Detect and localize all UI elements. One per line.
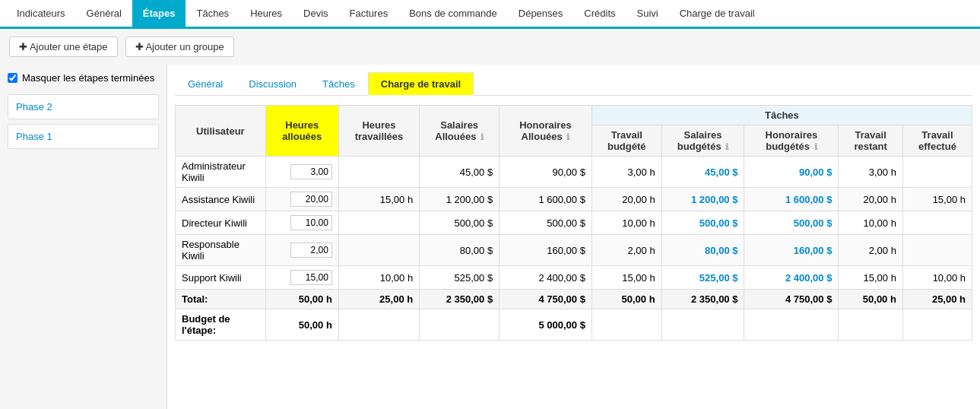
cell-honoraires-allouees: 90,00 $ <box>500 157 592 188</box>
total-salaires-allouees: 2 350,00 $ <box>420 290 500 309</box>
cell-honoraires-budgetes: 90,00 $ <box>744 157 839 188</box>
total-row: Total: 50,00 h 25,00 h 2 350,00 $ 4 750,… <box>176 290 972 309</box>
sidebar: Masquer les étapes terminées Phase 2 Pha… <box>0 65 167 409</box>
budget-empty-4 <box>661 309 744 341</box>
cell-heures-allouees <box>265 188 338 211</box>
hide-finished-checkbox[interactable] <box>8 73 17 83</box>
cell-salaires-budgetes: 525,00 $ <box>661 266 744 290</box>
cell-honoraires-budgetes: 160,00 $ <box>744 235 839 266</box>
budget-honoraires-allouees: 5 000,00 $ <box>500 309 592 341</box>
cell-heures-allouees <box>265 235 338 266</box>
phase-2-item[interactable]: Phase 2 <box>8 94 159 119</box>
cell-salaires-budgetes: 80,00 $ <box>661 235 744 266</box>
col-header-heures-travaillees: Heures travaillées <box>338 106 419 157</box>
nav-factures[interactable]: Factures <box>339 0 399 27</box>
col-header-travail-budgete: Travail budgété <box>591 125 661 157</box>
budget-heures-allouees: 50,00 h <box>265 309 338 341</box>
cell-salaires-allouees: 45,00 $ <box>420 157 500 188</box>
salaires-budgetes-info-icon[interactable]: ℹ <box>725 142 728 151</box>
nav-credits[interactable]: Crédits <box>573 0 626 27</box>
input-heures-allouees[interactable] <box>290 192 332 207</box>
subtab-charge-travail[interactable]: Charge de travail <box>368 72 474 96</box>
nav-indicateurs[interactable]: Indicateurs <box>6 0 76 27</box>
total-salaires-budgetes: 2 350,00 $ <box>661 290 744 309</box>
budget-label: Budget de l'étape: <box>176 309 266 341</box>
cell-heures-travaillees <box>338 235 419 266</box>
cell-travail-effectue: 15,00 h <box>902 188 972 211</box>
subtab-taches[interactable]: Tâches <box>309 72 368 95</box>
budget-empty-2 <box>420 309 500 341</box>
cell-salaires-budgetes: 500,00 $ <box>661 211 744 235</box>
col-header-heures-allouees: Heures allouées <box>265 106 338 157</box>
table-row: Responsable Kiwili 80,00 $ 160,00 $ 2,00… <box>176 235 972 266</box>
table-row: Assistance Kiwili 15,00 h 1 200,00 $ 1 6… <box>176 188 972 211</box>
col-header-utilisateur: Utilisateur <box>176 106 266 157</box>
cell-honoraires-allouees: 160,00 $ <box>500 235 592 266</box>
nav-heures[interactable]: Heures <box>239 0 293 27</box>
table-row: Administrateur Kiwili 45,00 $ 90,00 $ 3,… <box>176 157 972 188</box>
add-group-button[interactable]: ✚ Ajouter un groupe <box>125 36 234 57</box>
budget-empty-3 <box>591 309 661 341</box>
honoraires-budgetes-info-icon[interactable]: ℹ <box>814 142 817 151</box>
nav-taches[interactable]: Tâches <box>186 0 239 27</box>
phase-1-item[interactable]: Phase 1 <box>8 124 159 149</box>
cell-utilisateur: Support Kiwili <box>176 266 266 290</box>
honoraires-allouees-info-icon[interactable]: ℹ <box>566 132 569 141</box>
cell-heures-allouees <box>265 211 338 235</box>
nav-charge-travail[interactable]: Charge de travail <box>669 0 766 27</box>
nav-etapes[interactable]: Étapes <box>132 0 186 27</box>
col-header-travail-effectue: Travail effectué <box>902 125 972 157</box>
col-header-salaires-allouees: Salaires Allouées ℹ <box>420 106 500 157</box>
subtab-general[interactable]: Général <box>175 72 236 95</box>
total-travail-restant: 50,00 h <box>839 290 903 309</box>
cell-travail-restant: 3,00 h <box>839 157 903 188</box>
salaires-allouees-info-icon[interactable]: ℹ <box>480 132 484 141</box>
cell-travail-budgete: 10,00 h <box>591 211 661 235</box>
budget-empty-7 <box>902 309 972 341</box>
nav-devis[interactable]: Devis <box>293 0 339 27</box>
col-header-honoraires-budgetes: Honoraires budgétés ℹ <box>744 125 839 157</box>
cell-heures-allouees <box>265 266 338 290</box>
cell-travail-budgete: 15,00 h <box>591 266 661 290</box>
total-heures-travaillees: 25,00 h <box>338 290 419 309</box>
cell-heures-travaillees <box>338 211 419 235</box>
input-heures-allouees[interactable] <box>290 215 332 230</box>
cell-travail-restant: 2,00 h <box>839 235 903 266</box>
col-header-travail-restant: Travail restant <box>839 125 903 157</box>
nav-general[interactable]: Général <box>76 0 132 27</box>
nav-bons-commande[interactable]: Bons de commande <box>398 0 508 27</box>
cell-utilisateur: Responsable Kiwili <box>176 235 266 266</box>
cell-utilisateur: Directeur Kiwili <box>176 211 266 235</box>
budget-empty-5 <box>744 309 839 341</box>
cell-travail-budgete: 2,00 h <box>591 235 661 266</box>
table-row: Directeur Kiwili 500,00 $ 500,00 $ 10,00… <box>176 211 972 235</box>
col-header-taches-group: Tâches <box>591 106 972 125</box>
content-area: Général Discussion Tâches Charge de trav… <box>167 65 980 409</box>
cell-honoraires-budgetes: 500,00 $ <box>744 211 839 235</box>
cell-salaires-allouees: 80,00 $ <box>420 235 500 266</box>
input-heures-allouees[interactable] <box>290 164 332 179</box>
cell-honoraires-allouees: 2 400,00 $ <box>500 266 592 290</box>
total-travail-budgete: 50,00 h <box>591 290 661 309</box>
nav-depenses[interactable]: Dépenses <box>508 0 574 27</box>
cell-utilisateur: Administrateur Kiwili <box>176 157 266 188</box>
budget-row: Budget de l'étape: 50,00 h 5 000,00 $ <box>176 309 972 341</box>
budget-empty-1 <box>338 309 419 341</box>
cell-heures-travaillees: 15,00 h <box>338 188 419 211</box>
total-honoraires-budgetes: 4 750,00 $ <box>744 290 839 309</box>
cell-travail-effectue <box>902 157 972 188</box>
sub-tabs: Général Discussion Tâches Charge de trav… <box>175 72 972 96</box>
cell-travail-restant: 15,00 h <box>839 266 903 290</box>
cell-heures-travaillees: 10,00 h <box>338 266 419 290</box>
add-step-button[interactable]: ✚ Ajouter une étape <box>9 36 118 57</box>
col-header-salaires-budgetes: Salaires budgétés ℹ <box>661 125 744 157</box>
cell-heures-travaillees <box>338 157 419 188</box>
input-heures-allouees[interactable] <box>290 270 332 285</box>
total-label: Total: <box>176 290 266 309</box>
table-row: Support Kiwili 10,00 h 525,00 $ 2 400,00… <box>176 266 972 290</box>
subtab-discussion[interactable]: Discussion <box>236 72 309 95</box>
nav-suivi[interactable]: Suivi <box>626 0 669 27</box>
cell-travail-restant: 10,00 h <box>839 211 903 235</box>
hide-finished-label: Masquer les étapes terminées <box>22 72 154 84</box>
input-heures-allouees[interactable] <box>290 243 332 258</box>
